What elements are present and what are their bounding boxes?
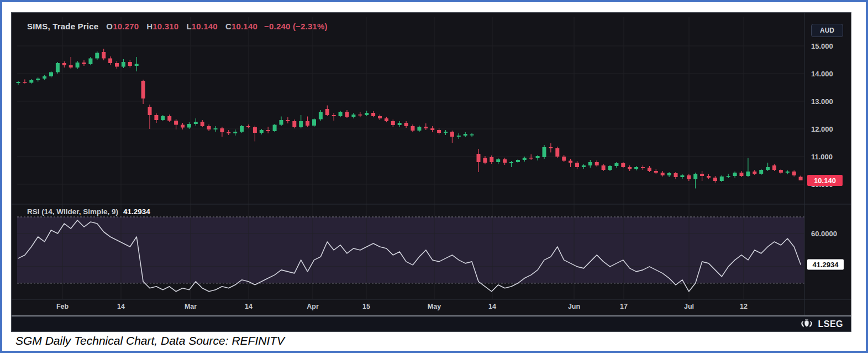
close-label: C [225,22,232,31]
time-axis-label: 14 [245,303,252,310]
rsi-legend-value: 41.2934 [123,207,150,216]
time-axis-label: 14 [488,303,496,310]
price-tick-label: 14.000 [811,70,833,78]
lseg-crest-icon [799,319,814,330]
rsi-legend: RSI (14, Wilder, Simple, 9)41.2934 [27,207,150,216]
time-axis-label: Jul [684,303,694,310]
chart-surface[interactable] [12,13,851,331]
bottom-strip: LSEG [12,315,851,331]
high-label: H [146,22,152,31]
price-tick-label: 15.000 [811,42,833,50]
low-value: 10.140 [192,22,218,31]
high-value: 10.310 [152,22,178,31]
price-tick-label: 13.000 [811,97,833,106]
last-price-label: 10.140 [807,175,843,186]
time-axis-label: 12 [740,303,748,310]
rsi-value-label: 41.2934 [807,259,844,270]
rsi-legend-title: RSI (14, Wilder, Simple, 9) [27,207,118,216]
currency-badge[interactable]: AUD [811,24,843,37]
time-axis-label: Jun [568,303,580,310]
time-axis-label: May [428,303,441,310]
price-tick-label: 12.000 [811,125,833,133]
time-axis-label: 15 [362,303,370,310]
symbol-title: SIMS, Trade Price [27,22,98,31]
lseg-logo-text: LSEG [818,319,843,329]
open-value: 10.270 [113,22,139,31]
price-legend: SIMS, Trade PriceO10.270H10.310L10.140C1… [27,22,328,31]
low-label: L [186,22,191,31]
figure-frame: SIMS, Trade PriceO10.270H10.310L10.140C1… [0,0,868,353]
open-label: O [106,22,113,31]
price-tick-label: 11.000 [811,153,833,161]
close-value: 10.140 [232,22,257,31]
time-axis-label: 17 [620,303,628,310]
rsi-band [17,217,804,283]
time-axis-label: 14 [117,303,125,310]
change-value: −0.240 (−2.31%) [264,22,328,31]
time-axis-label: Apr [307,303,319,310]
candles-layer [17,49,803,189]
price-axis[interactable] [805,13,851,315]
chart-panel: SIMS, Trade PriceO10.270H10.310L10.140C1… [11,12,851,332]
caption: SGM Daily Technical Chart, Data Source: … [15,334,285,347]
rsi-tick-label: 60.0000 [811,230,837,238]
time-axis-label: Feb [56,303,69,310]
time-axis-label: Mar [185,303,197,310]
